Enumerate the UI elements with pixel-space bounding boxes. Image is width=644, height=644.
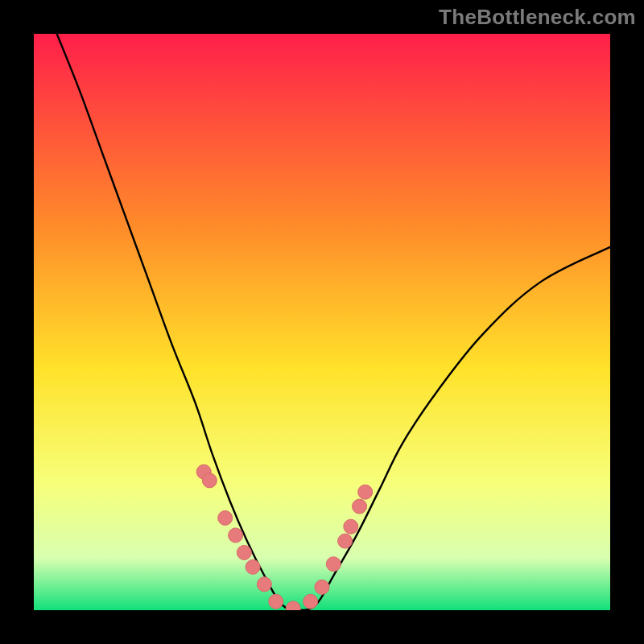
sample-dot (237, 545, 251, 559)
sample-dot (338, 534, 353, 548)
sample-dot (246, 559, 260, 574)
gradient-background (34, 34, 610, 610)
sample-dot (326, 557, 341, 572)
sample-dot (202, 473, 217, 488)
plot-area (34, 34, 610, 610)
sample-dot (315, 580, 329, 594)
watermark-text: TheBottleneck.com (439, 5, 636, 30)
sample-dot (358, 485, 373, 499)
sample-dot (353, 499, 367, 514)
chart-canvas (34, 34, 610, 610)
sample-dot (229, 528, 243, 543)
sample-dot (257, 577, 271, 592)
chart-stage: TheBottleneck.com (0, 0, 644, 644)
sample-dot (344, 519, 358, 534)
sample-dot (218, 510, 233, 525)
sample-dot (269, 594, 283, 609)
sample-dot (303, 594, 318, 609)
